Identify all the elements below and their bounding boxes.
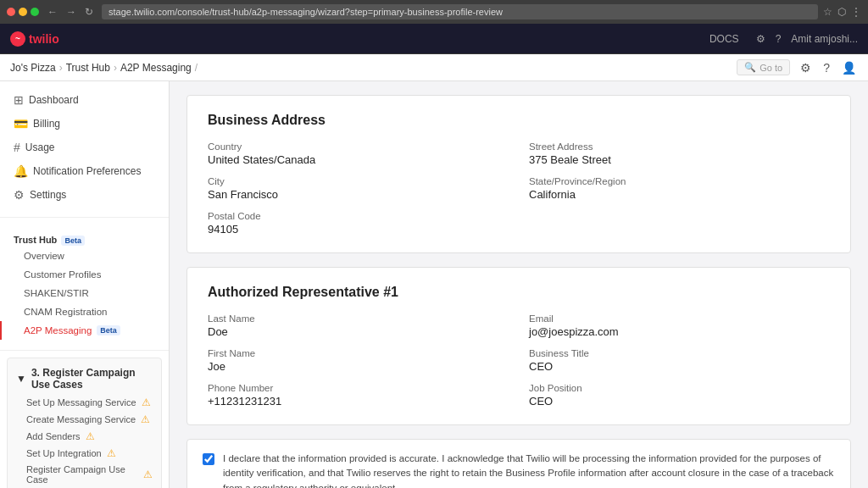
authorized-rep-card: Authorized Representative #1 Last Name D… bbox=[186, 267, 851, 425]
goto-search[interactable]: 🔍 Go to bbox=[737, 59, 790, 75]
hash-icon: # bbox=[14, 141, 20, 154]
step-set-up-integration[interactable]: Set Up Integration ⚠ bbox=[8, 445, 161, 462]
sidebar-label-settings: Settings bbox=[30, 189, 66, 201]
sidebar-label-notification: Notification Preferences bbox=[33, 165, 141, 177]
search-icon: 🔍 bbox=[744, 62, 756, 73]
account-nav-btn[interactable]: 👤 bbox=[840, 59, 858, 76]
help-nav-btn[interactable]: ? bbox=[821, 59, 832, 76]
sidebar-item-settings[interactable]: ⚙ Settings bbox=[0, 183, 169, 207]
app-header: ~ twilio DOCS ⚙ ? Amit amjoshi... bbox=[0, 24, 868, 54]
step-set-up-messaging[interactable]: Set Up Messaging Service ⚠ bbox=[8, 394, 161, 411]
settings-icon[interactable]: ⚙ bbox=[756, 33, 765, 45]
warn-icon-0: ⚠ bbox=[142, 396, 151, 408]
step-register-campaign[interactable]: Register Campaign Use Case ⚠ bbox=[8, 462, 161, 487]
field-business-title-label: Business Title bbox=[529, 348, 830, 358]
step-label-add-senders: Add Senders bbox=[26, 431, 81, 441]
step-collapse-icon: ▼ bbox=[16, 373, 26, 385]
a2p-beta-tag: Beta bbox=[97, 325, 120, 336]
sidebar-item-usage[interactable]: # Usage bbox=[0, 136, 169, 159]
declaration-checkbox[interactable] bbox=[203, 453, 214, 465]
field-street-value: 375 Beale Street bbox=[529, 153, 830, 166]
gear-icon: ⚙ bbox=[14, 188, 25, 202]
minimize-dot[interactable] bbox=[19, 8, 27, 16]
step-label-set-up-messaging: Set Up Messaging Service bbox=[26, 397, 136, 408]
field-street: Street Address 375 Beale Street bbox=[529, 141, 830, 166]
breadcrumb-a2p[interactable]: A2P Messaging bbox=[120, 62, 192, 74]
browser-toolbar-icons: ☆ ⬡ ⋮ bbox=[823, 6, 861, 18]
app-body: ⊞ Dashboard 💳 Billing # Usage 🔔 Notifica… bbox=[0, 81, 868, 488]
breadcrumb-trust-hub[interactable]: Trust Hub bbox=[66, 62, 110, 74]
sidebar-label-customer-profiles: Customer Profiles bbox=[24, 269, 101, 280]
breadcrumb-pizza[interactable]: Jo's Pizza bbox=[10, 62, 56, 74]
help-icon[interactable]: ? bbox=[776, 33, 782, 45]
sidebar-item-dashboard[interactable]: ⊞ Dashboard bbox=[0, 88, 169, 112]
field-postal-label: Postal Code bbox=[208, 211, 509, 221]
menu-icon[interactable]: ⋮ bbox=[851, 6, 861, 18]
twilio-logo: ~ twilio bbox=[10, 31, 59, 47]
step-label-create-messaging: Create Messaging Service bbox=[26, 414, 136, 424]
breadcrumb: Jo's Pizza › Trust Hub › A2P Messaging / bbox=[10, 62, 737, 74]
warn-icon-3: ⚠ bbox=[107, 447, 116, 459]
window-controls bbox=[7, 8, 39, 16]
field-job-position-label: Job Position bbox=[529, 383, 830, 393]
field-country: Country United States/Canada bbox=[208, 141, 509, 166]
extension-icon[interactable]: ⬡ bbox=[837, 6, 846, 18]
settings-nav-btn[interactable]: ⚙ bbox=[798, 59, 813, 76]
forward-browser-btn[interactable]: → bbox=[63, 4, 80, 19]
back-browser-btn[interactable]: ← bbox=[44, 4, 61, 19]
sidebar-label-billing: Billing bbox=[33, 118, 60, 130]
trust-hub-label: Trust Hub Beta bbox=[0, 228, 169, 247]
nav-bar: Jo's Pizza › Trust Hub › A2P Messaging /… bbox=[0, 54, 868, 81]
field-postal: Postal Code 94105 bbox=[208, 211, 509, 236]
field-state: State/Province/Region California bbox=[529, 176, 830, 201]
sidebar-nav-section: ⊞ Dashboard 💳 Billing # Usage 🔔 Notifica… bbox=[0, 81, 169, 214]
field-last-name: Last Name Doe bbox=[208, 313, 509, 338]
field-email-label: Email bbox=[529, 313, 830, 324]
sidebar-item-shaken-stir[interactable]: SHAKEN/STIR bbox=[0, 284, 169, 302]
field-state-value: California bbox=[529, 188, 830, 201]
sidebar-item-billing[interactable]: 💳 Billing bbox=[0, 112, 169, 136]
field-email-value: jo@joespizza.com bbox=[529, 325, 830, 338]
field-city-label: City bbox=[208, 176, 509, 186]
declaration-box: I declare that the information provided … bbox=[186, 439, 851, 488]
business-address-title: Business Address bbox=[208, 113, 830, 128]
field-first-name-value: Joe bbox=[208, 360, 509, 373]
sidebar-label-shaken-stir: SHAKEN/STIR bbox=[24, 288, 89, 298]
refresh-browser-btn[interactable]: ↻ bbox=[81, 4, 97, 19]
maximize-dot[interactable] bbox=[31, 8, 39, 16]
browser-bar: ← → ↻ stage.twilio.com/console/trust-hub… bbox=[0, 0, 868, 24]
sidebar-label-cnam-registration: CNAM Registration bbox=[24, 307, 107, 317]
nav-right: 🔍 Go to ⚙ ? 👤 bbox=[737, 59, 858, 76]
field-country-label: Country bbox=[208, 141, 509, 152]
sidebar-item-cnam-registration[interactable]: CNAM Registration bbox=[0, 302, 169, 321]
sidebar-item-customer-profiles[interactable]: Customer Profiles bbox=[0, 265, 169, 284]
url-bar[interactable]: stage.twilio.com/console/trust-hub/a2p-m… bbox=[102, 4, 818, 19]
user-menu[interactable]: Amit amjoshi... bbox=[791, 33, 858, 45]
authorized-rep-grid: Last Name Doe Email jo@joespizza.com Fir… bbox=[208, 313, 830, 408]
sidebar-item-overview[interactable]: Overview bbox=[0, 247, 169, 265]
sidebar-label-dashboard: Dashboard bbox=[29, 94, 79, 106]
sidebar-item-notification[interactable]: 🔔 Notification Preferences bbox=[0, 159, 169, 183]
authorized-rep-title: Authorized Representative #1 bbox=[208, 285, 830, 300]
close-dot[interactable] bbox=[7, 8, 15, 16]
step-header-label: 3. Register Campaign Use Cases bbox=[31, 367, 153, 391]
field-job-position: Job Position CEO bbox=[529, 383, 830, 408]
field-last-name-value: Doe bbox=[208, 325, 509, 338]
field-phone: Phone Number +11231231231 bbox=[208, 383, 509, 408]
sidebar-divider-2 bbox=[0, 350, 169, 351]
step-add-senders[interactable]: Add Senders ⚠ bbox=[8, 428, 161, 445]
step-create-messaging[interactable]: Create Messaging Service ⚠ bbox=[8, 411, 161, 428]
field-city-value: San Francisco bbox=[208, 188, 509, 201]
sidebar-label-overview: Overview bbox=[24, 251, 64, 261]
twilio-logo-icon: ~ bbox=[10, 31, 25, 47]
breadcrumb-sep-2: › bbox=[114, 62, 117, 74]
home-icon: ⊞ bbox=[14, 93, 24, 107]
star-icon[interactable]: ☆ bbox=[823, 6, 832, 18]
field-phone-value: +11231231231 bbox=[208, 395, 509, 408]
breadcrumb-sep-1: › bbox=[59, 62, 63, 74]
sidebar-item-a2p-messaging[interactable]: A2P Messaging Beta bbox=[0, 321, 169, 340]
docs-link[interactable]: DOCS bbox=[709, 33, 739, 45]
field-phone-label: Phone Number bbox=[208, 383, 509, 393]
field-business-title-value: CEO bbox=[529, 360, 830, 373]
step-header[interactable]: ▼ 3. Register Campaign Use Cases bbox=[8, 363, 161, 394]
